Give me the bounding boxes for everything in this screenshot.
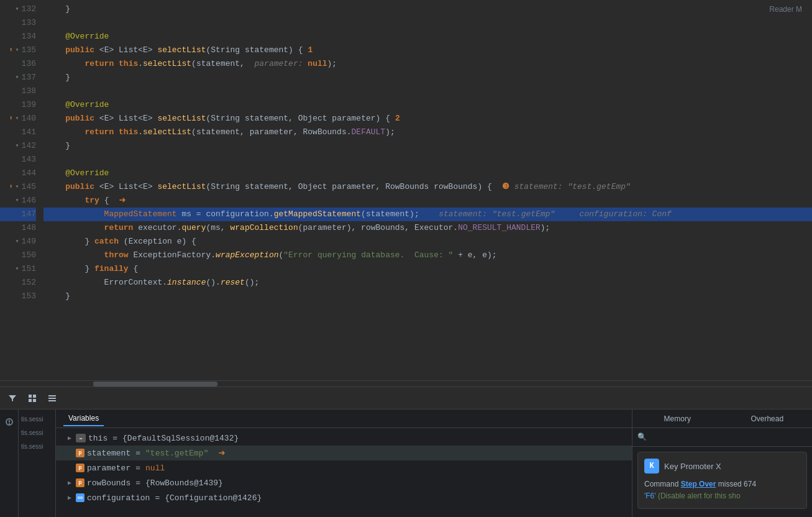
line-number-141: 141 — [0, 126, 36, 139]
overhead-tab[interactable]: Overhead — [723, 411, 813, 427]
line-number-136: 136 — [0, 57, 36, 71]
kp-title: Key Promoter X — [664, 462, 721, 471]
fold-icon-140[interactable]: ▾ — [16, 112, 19, 126]
override-icon-140: ⬆ — [9, 112, 13, 126]
code-line-134: @Override — [43, 30, 812, 43]
var-expand-this[interactable]: ▶ — [66, 434, 73, 442]
line-numbers-gutter: ▾ 132 133 134 ⬆ ▾ 135 136 ▾ — [0, 0, 43, 380]
fold-icon-145[interactable]: ▾ — [16, 180, 19, 194]
line-number-152: 152 — [0, 276, 36, 290]
line-number-153: 153 — [0, 290, 36, 303]
code-line-135: public <E> List<E> selectList(String sta… — [43, 43, 812, 57]
var-this[interactable]: ▶ ▬ this = {DefaultSqlSession@1432} — [56, 431, 632, 446]
scrollbar-thumb[interactable] — [93, 382, 217, 387]
var-parameter[interactable]: p parameter = null — [56, 460, 632, 475]
code-line-138 — [43, 85, 812, 98]
line-number-137: ▾ 137 — [0, 71, 36, 85]
kp-icon: K — [644, 459, 659, 474]
kp-step-over-link[interactable]: Step Over — [681, 480, 716, 488]
fold-icon-146[interactable]: ▾ — [16, 194, 19, 208]
var-expand-rowbounds[interactable]: ▶ — [66, 479, 73, 487]
svg-rect-0 — [29, 395, 32, 398]
fold-icon-132[interactable]: ▾ — [16, 2, 19, 16]
svg-rect-6 — [48, 400, 56, 401]
memory-tab[interactable]: Memory — [632, 411, 723, 427]
panel-tabs: Variables — [56, 409, 632, 428]
side-icon-1[interactable] — [2, 414, 17, 429]
left-side-panel — [0, 409, 19, 517]
kp-body: Command Step Over missed 674 'F6' (Disab… — [644, 478, 800, 502]
right-panel-tabs: Memory Overhead — [632, 409, 812, 428]
svg-rect-1 — [33, 395, 36, 398]
session-item-1[interactable]: tis.sessi — [19, 412, 55, 426]
var-statement[interactable]: p statement = "test.getEmp" ➜ — [56, 446, 632, 460]
line-number-142: ▾ 142 — [0, 139, 36, 153]
svg-rect-4 — [48, 395, 56, 396]
search-box[interactable]: 🔍 — [632, 428, 812, 447]
line-number-146: ▾ 146 — [0, 194, 36, 208]
var-expand-configuration[interactable]: ▶ — [66, 494, 73, 501]
code-line-132: } — [43, 2, 812, 16]
var-rowbounds[interactable]: ▶ p rowBounds = {RowBounds@1439} — [56, 475, 632, 490]
grid-button[interactable] — [25, 391, 40, 406]
line-number-134: 134 — [0, 30, 36, 43]
code-line-140: public <E> List<E> selectList(String sta… — [43, 112, 812, 126]
code-editor: Reader M ▾ 132 133 134 ⬆ ▾ 135 — [0, 0, 812, 387]
line-number-138: 138 — [0, 85, 36, 98]
code-line-151: } finally { — [43, 262, 812, 276]
kp-suffix: missed 674 — [718, 480, 756, 488]
fold-icon-142[interactable]: ▾ — [16, 139, 19, 153]
var-icon-configuration: oo — [76, 493, 84, 502]
debug-arrow-146: ➜ — [119, 194, 125, 208]
search-input[interactable] — [650, 432, 807, 442]
code-line-143 — [43, 153, 812, 167]
var-icon-parameter: p — [76, 464, 84, 472]
line-number-132: ▾ 132 — [0, 2, 36, 16]
svg-rect-8 — [9, 420, 10, 423]
code-line-136: return this.selectList(statement, parame… — [43, 57, 812, 71]
code-line-144: @Override — [43, 167, 812, 180]
fold-icon-151[interactable]: ▾ — [16, 262, 19, 276]
line-number-135: ⬆ ▾ 135 — [0, 43, 36, 57]
var-icon-this: ▬ — [76, 434, 86, 442]
fold-icon-137[interactable]: ▾ — [16, 71, 19, 85]
line-number-139: 139 — [0, 98, 36, 112]
svg-rect-3 — [33, 399, 36, 402]
bottom-toolbar — [0, 387, 812, 409]
code-line-133 — [43, 16, 812, 30]
line-number-144: 144 — [0, 167, 36, 180]
variables-tab[interactable]: Variables — [63, 411, 104, 426]
line-number-148: 148 — [0, 221, 36, 235]
code-container: ▾ 132 133 134 ⬆ ▾ 135 136 ▾ — [0, 0, 812, 380]
var-arrow-statement: ➜ — [218, 446, 225, 460]
line-number-151: ▾ 151 — [0, 262, 36, 276]
var-expand-parameter — [66, 464, 73, 472]
code-line-142: } — [43, 139, 812, 153]
list-button[interactable] — [45, 391, 60, 406]
line-number-149: ▾ 149 — [0, 235, 36, 249]
line-number-150: 150 — [0, 249, 36, 262]
code-line-149: } catch (Exception e) { — [43, 235, 812, 249]
code-lines: } @Override public <E> List<E> selectLis… — [43, 0, 812, 380]
svg-rect-9 — [9, 423, 10, 424]
fold-icon-135[interactable]: ▾ — [16, 43, 19, 57]
code-line-152: ErrorContext.instance().reset(); — [43, 276, 812, 290]
filter-button[interactable] — [5, 391, 20, 406]
var-expand-statement — [66, 449, 73, 457]
var-configuration[interactable]: ▶ oo configuration = {Configuration@1426… — [56, 490, 632, 505]
var-icon-rowbounds: p — [76, 478, 84, 487]
horizontal-scrollbar[interactable] — [0, 380, 812, 387]
kp-disable-text[interactable]: (Disable alert for this sho — [658, 492, 741, 500]
search-icon: 🔍 — [637, 432, 647, 442]
bottom-content: tis.sessi tis.sessi tis.sessi Variables … — [0, 409, 812, 517]
session-item-3[interactable]: tis.sessi — [19, 439, 55, 453]
override-icon-135: ⬆ — [9, 43, 13, 57]
var-icon-statement: p — [76, 449, 84, 457]
code-line-148: return executor.query(ms, wrapCollection… — [43, 221, 812, 235]
line-number-145: ⬆ ▾ 145 — [0, 180, 36, 194]
code-line-141: return this.selectList(statement, parame… — [43, 126, 812, 139]
fold-icon-149[interactable]: ▾ — [16, 235, 19, 249]
code-line-145: public <E> List<E> selectList(String sta… — [43, 180, 812, 194]
session-item-2[interactable]: tis.sessi — [19, 426, 55, 439]
key-promoter-card: K Key Promoter X Command Step Over misse… — [637, 452, 807, 509]
